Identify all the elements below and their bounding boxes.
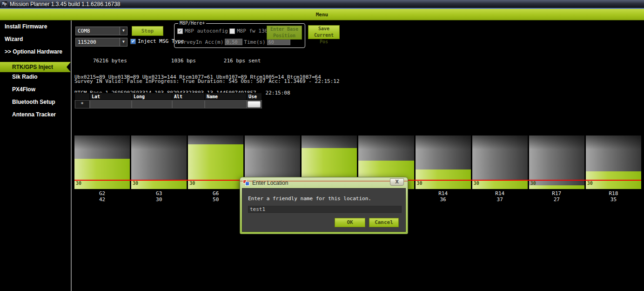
snr-bar-fill bbox=[416, 169, 471, 189]
satellite-name: R17 bbox=[529, 190, 584, 196]
stats-rates-line: 76216 bytes1036 bps216 bps sent bbox=[74, 58, 321, 64]
sidebar-item-bluetooth-setup[interactable]: Bluetooth Setup bbox=[0, 99, 71, 111]
threshold-label: 30 bbox=[76, 181, 81, 186]
cell-name[interactable] bbox=[205, 100, 247, 108]
baud-rate-value: 115200 bbox=[78, 39, 96, 45]
sidebar-item-px4flow[interactable]: PX4Flow bbox=[0, 86, 71, 99]
chevron-down-icon[interactable]: ▼ bbox=[120, 38, 127, 46]
snr-bar-R14: 30R1437 bbox=[472, 135, 528, 210]
dialog-message: Enter a friendly name for this location. bbox=[248, 196, 371, 202]
enter-base-line2: Position bbox=[267, 33, 302, 39]
satellite-snr-value: 37 bbox=[472, 196, 528, 203]
sidebar-item-sik-radio[interactable]: Sik Radio bbox=[0, 74, 71, 86]
enter-location-dialog: Enter Location X Enter a friendly name f… bbox=[240, 177, 408, 234]
sidebar-item-rtk-gps-inject[interactable]: RTK/GPS Inject bbox=[0, 62, 71, 72]
dialog-title: Enter Location bbox=[252, 180, 288, 186]
satellite-name: G6 bbox=[188, 190, 243, 196]
surveyin-row: SurveyIn Acc(m) Time(s) bbox=[177, 39, 290, 45]
time-input[interactable] bbox=[267, 39, 290, 45]
save-pos-line2: Current Pos bbox=[309, 32, 339, 45]
menu-bar[interactable]: Menu bbox=[0, 8, 644, 20]
winform-icon bbox=[243, 180, 249, 186]
com-port-select[interactable]: COM8 ▼ bbox=[75, 27, 127, 35]
column-header-name[interactable]: Name bbox=[205, 93, 247, 100]
baud-rate-select[interactable]: 115200 ▼ bbox=[75, 38, 127, 47]
save-current-pos-button[interactable]: Save Current Pos bbox=[308, 25, 340, 39]
snr-bar-R14: 30R1436 bbox=[416, 135, 471, 210]
satellite-snr-value: 36 bbox=[416, 196, 471, 203]
snr-bar-fill bbox=[131, 180, 187, 189]
column-header-long[interactable]: Long bbox=[132, 93, 172, 100]
threshold-label: 30 bbox=[417, 181, 423, 186]
menu-label[interactable]: Menu bbox=[316, 12, 329, 18]
snr-bar-panel: 30 bbox=[74, 135, 130, 189]
snr-bar-panel: 30 bbox=[416, 135, 471, 189]
use-button[interactable] bbox=[248, 101, 261, 108]
satellite-name: G2 bbox=[74, 190, 130, 196]
m8p-autoconfig-checkbox[interactable]: ✔ bbox=[177, 28, 183, 34]
satellite-snr-value: 30 bbox=[131, 196, 187, 203]
cell-long[interactable] bbox=[132, 100, 172, 108]
threshold-label: 30 bbox=[587, 181, 593, 186]
dialog-titlebar[interactable]: Enter Location X bbox=[240, 177, 408, 188]
chevron-down-icon[interactable]: ▼ bbox=[120, 27, 127, 35]
enter-base-line1: Enter Base bbox=[267, 26, 302, 33]
cancel-button[interactable]: Cancel bbox=[369, 218, 399, 227]
m8p-group-label: M8P/Here+ bbox=[178, 20, 206, 26]
enter-base-position-button[interactable]: Enter Base Position bbox=[267, 26, 302, 40]
window-title: Mission Planner 1.3.45 build 1.1.6286.16… bbox=[10, 1, 121, 7]
snr-bar-G2: 30G242 bbox=[74, 135, 130, 210]
ok-button[interactable]: OK bbox=[335, 218, 365, 227]
snr-bar-fill bbox=[74, 159, 130, 189]
cell-use[interactable] bbox=[247, 100, 262, 108]
satellite-name: R14 bbox=[472, 190, 528, 196]
satellite-name: R18 bbox=[586, 190, 641, 196]
cell-lat[interactable] bbox=[90, 100, 132, 108]
satellite-snr-value: 27 bbox=[529, 196, 584, 203]
m8p-fw-label: M8P fw 130+ bbox=[237, 28, 271, 34]
m8p-fw-checkbox[interactable] bbox=[229, 28, 235, 34]
satellite-snr-value: 42 bbox=[74, 196, 130, 203]
m8p-fw-row[interactable]: M8P fw 130+ bbox=[229, 28, 271, 34]
row-selector-header bbox=[75, 93, 90, 100]
row-selector-cell[interactable]: * bbox=[75, 100, 90, 108]
threshold-label: 30 bbox=[530, 181, 536, 186]
stats-bps: 1036 bps bbox=[171, 58, 196, 64]
cell-alt[interactable] bbox=[172, 100, 205, 108]
sidebar-item-wizard[interactable]: Wizard bbox=[0, 36, 71, 48]
m8p-autoconfig-label: M8P autoconfig bbox=[185, 28, 228, 34]
dialog-body: Enter a friendly name for this location.… bbox=[242, 188, 406, 232]
stats-bps-sent: 216 bps sent bbox=[224, 58, 261, 64]
sidebar-item-optional-hardware[interactable]: >> Optional Hardware bbox=[0, 48, 71, 61]
snr-bar-R18: 30R1835 bbox=[586, 135, 641, 210]
location-name-input[interactable] bbox=[248, 206, 402, 213]
sidebar-item-antenna-tracker[interactable]: Antenna Tracker bbox=[0, 111, 71, 124]
stop-button[interactable]: Stop bbox=[132, 26, 163, 36]
m8p-autoconfig-row[interactable]: ✔ M8P autoconfig bbox=[177, 28, 228, 34]
stats-bytes: 76216 bytes bbox=[93, 58, 127, 64]
snr-bar-fill bbox=[188, 144, 243, 189]
sidebar-item-install-firmware[interactable]: Install Firmware bbox=[0, 23, 71, 36]
inject-msg-checkbox[interactable]: ✔ bbox=[130, 39, 136, 44]
save-pos-line1: Save bbox=[309, 26, 339, 32]
satellite-name: R14 bbox=[416, 190, 471, 196]
snr-bar-G6: 30G650 bbox=[188, 135, 243, 210]
column-header-lat[interactable]: Lat bbox=[90, 93, 132, 100]
table-row: * bbox=[75, 100, 262, 108]
column-header-use[interactable]: Use bbox=[247, 93, 262, 100]
surveyin-acc-input[interactable] bbox=[225, 39, 242, 45]
snr-bar-panel: 30 bbox=[529, 135, 584, 189]
threshold-label: 30 bbox=[189, 181, 195, 186]
main-panel: COM8 ▼ Stop 115200 ▼ ✔ Inject MSG Type M… bbox=[72, 20, 644, 291]
app-window: Mp Mission Planner 1.3.45 build 1.1.6286… bbox=[0, 0, 644, 291]
snr-bar-G3: 30G330 bbox=[131, 135, 187, 210]
threshold-label: 30 bbox=[133, 181, 138, 186]
snr-bar-fill bbox=[472, 180, 528, 189]
satellite-snr-value: 50 bbox=[188, 196, 243, 203]
snr-bar-panel: 30 bbox=[188, 135, 243, 189]
close-icon[interactable]: X bbox=[390, 178, 404, 186]
window-titlebar[interactable]: Mp Mission Planner 1.3.45 build 1.1.6286… bbox=[0, 0, 644, 8]
satellite-snr-value: 35 bbox=[586, 196, 641, 203]
column-header-alt[interactable]: Alt bbox=[172, 93, 205, 100]
time-label: Time(s) bbox=[244, 39, 265, 45]
